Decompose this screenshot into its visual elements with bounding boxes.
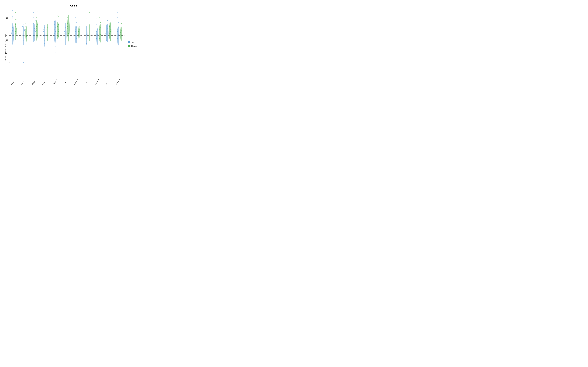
svg-rect-476 [110, 24, 111, 24]
svg-rect-513 [118, 46, 118, 46]
svg-rect-100 [23, 27, 24, 27]
svg-rect-355 [76, 36, 77, 36]
chart-area: mRNA Expression (RNASeq V2, log2) 10 15 … [2, 8, 145, 86]
svg-rect-31 [12, 10, 13, 10]
svg-rect-358 [75, 41, 76, 41]
svg-rect-235 [47, 30, 48, 30]
svg-rect-75 [15, 25, 16, 25]
svg-rect-181 [36, 21, 36, 22]
svg-rect-130 [26, 29, 26, 29]
svg-rect-148 [35, 20, 35, 21]
svg-rect-469 [106, 40, 107, 41]
svg-rect-356 [75, 38, 76, 38]
svg-rect-121 [23, 53, 23, 54]
svg-rect-60 [13, 34, 14, 35]
svg-rect-296 [65, 21, 65, 22]
svg-rect-209 [43, 29, 44, 30]
svg-rect-65 [12, 42, 13, 43]
svg-rect-389 [86, 37, 87, 37]
svg-rect-122 [23, 62, 24, 63]
svg-rect-426 [97, 41, 98, 41]
svg-text:THCA: THCA [105, 81, 109, 85]
svg-rect-229 [47, 18, 47, 18]
svg-rect-404 [89, 32, 89, 32]
svg-rect-295 [66, 18, 66, 18]
svg-rect-82 [15, 30, 16, 30]
svg-rect-386 [86, 34, 86, 34]
svg-rect-313 [65, 41, 65, 41]
svg-rect-137 [26, 36, 27, 37]
svg-rect-301 [65, 27, 66, 28]
svg-rect-337 [68, 33, 69, 34]
svg-rect-222 [44, 41, 45, 41]
svg-rect-308 [65, 34, 66, 34]
svg-rect-412 [97, 18, 97, 19]
svg-rect-73 [16, 20, 16, 20]
svg-rect-187 [37, 27, 37, 27]
svg-rect-98 [24, 25, 24, 25]
svg-rect-250 [55, 27, 56, 28]
svg-rect-303 [65, 30, 66, 30]
svg-rect-167 [33, 36, 34, 36]
svg-rect-324 [67, 21, 68, 21]
svg-rect-512 [117, 43, 118, 43]
svg-rect-516 [121, 18, 121, 18]
svg-rect-330 [68, 27, 69, 27]
svg-rect-468 [107, 38, 107, 38]
svg-rect-465 [106, 36, 106, 36]
svg-rect-423 [96, 38, 97, 39]
svg-rect-508 [117, 38, 118, 39]
svg-rect-59 [12, 34, 12, 34]
svg-rect-470 [107, 41, 107, 41]
svg-rect-463 [105, 33, 106, 33]
svg-rect-451 [106, 24, 106, 25]
svg-rect-195 [36, 35, 37, 35]
svg-rect-242 [47, 39, 47, 40]
svg-rect-383 [86, 30, 87, 30]
svg-rect-417 [96, 32, 97, 32]
blca-tumor [11, 10, 14, 51]
ucec-normal [120, 18, 122, 42]
svg-rect-376 [86, 18, 86, 18]
svg-rect-40 [11, 27, 12, 27]
svg-rect-335 [68, 31, 69, 32]
svg-rect-287 [57, 36, 58, 36]
svg-rect-230 [47, 23, 47, 24]
svg-rect-152 [33, 26, 34, 26]
svg-rect-202 [44, 21, 44, 21]
svg-rect-84 [17, 29, 17, 30]
svg-rect-218 [45, 35, 46, 36]
svg-rect-362 [76, 67, 76, 67]
svg-rect-135 [26, 34, 27, 34]
svg-rect-302 [65, 29, 65, 29]
svg-rect-261 [54, 38, 55, 38]
svg-rect-119 [23, 43, 24, 43]
svg-rect-400 [89, 27, 89, 27]
svg-rect-475 [109, 23, 110, 24]
svg-rect-145 [35, 17, 35, 17]
svg-rect-36 [12, 17, 12, 18]
svg-rect-221 [43, 40, 44, 40]
svg-rect-275 [57, 21, 58, 21]
svg-rect-361 [76, 50, 76, 50]
kich-tumor [54, 11, 57, 71]
svg-rect-269 [55, 56, 55, 56]
svg-rect-485 [109, 36, 110, 36]
svg-rect-97 [23, 24, 24, 25]
svg-rect-350 [75, 32, 76, 32]
svg-rect-89 [15, 36, 16, 36]
svg-rect-50 [13, 30, 14, 30]
svg-rect-196 [37, 36, 37, 36]
svg-rect-192 [37, 31, 37, 31]
svg-rect-236 [47, 32, 47, 32]
svg-rect-66 [12, 45, 13, 45]
svg-rect-459 [107, 28, 108, 29]
svg-rect-157 [35, 28, 35, 28]
svg-rect-312 [66, 38, 66, 39]
svg-rect-525 [121, 34, 121, 35]
tumor-swatch [128, 41, 130, 43]
svg-rect-415 [96, 29, 97, 29]
svg-rect-439 [100, 32, 101, 33]
prad-tumor [96, 18, 98, 49]
svg-rect-395 [86, 47, 86, 47]
